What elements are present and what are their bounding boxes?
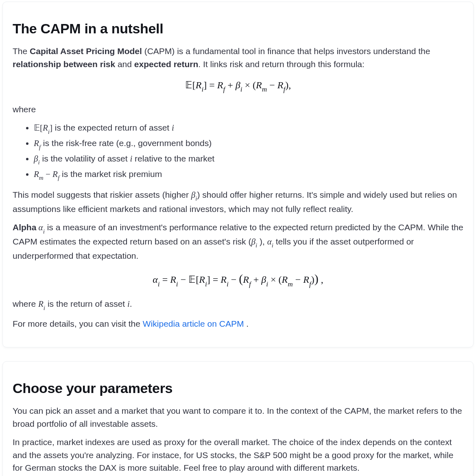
- text: relative to the market: [132, 154, 214, 163]
- symbol-market-premium: Rm − Rf: [34, 169, 59, 179]
- symbol-beta: βi: [34, 154, 40, 164]
- parameters-heading: Choose your parameters: [13, 378, 463, 399]
- symbol-beta-inline: βi: [191, 190, 197, 200]
- text: (CAPM) is a fundamental tool in finance …: [142, 46, 430, 56]
- list-item: Rf is the risk-free rate (e.g., governme…: [34, 137, 463, 151]
- text: .: [244, 319, 249, 328]
- link-paragraph: For more details, you can visit the Wiki…: [13, 317, 463, 330]
- definition-list: 𝔼[Ri] is the expected return of asset i …: [13, 121, 463, 182]
- list-item: Rm − Rf is the market risk premium: [34, 168, 463, 182]
- text: is the expected return of asset: [52, 123, 172, 132]
- alpha-paragraph: Alpha αi is a measure of an investment's…: [13, 221, 463, 262]
- where-label: where: [13, 103, 463, 116]
- symbol-beta-inline: βi: [251, 237, 257, 247]
- text: is the return of asset: [45, 299, 127, 308]
- parameters-card: Choose your parameters You can pick an a…: [2, 361, 474, 476]
- symbol-risk-free: Rf: [34, 138, 41, 148]
- text: This model suggests that riskier assets …: [13, 190, 191, 199]
- symbol-expected-return: 𝔼[Ri]: [34, 123, 52, 133]
- bold-risk: relationship between risk: [13, 59, 115, 69]
- parameters-paragraph-1: You can pick an asset and a market that …: [13, 404, 463, 430]
- text: .: [130, 299, 132, 308]
- bold-alpha: Alpha: [13, 223, 36, 232]
- symbol-alpha-inline: αi: [36, 223, 44, 232]
- var-i: i: [172, 123, 174, 133]
- capm-explanation-paragraph: This model suggests that riskier assets …: [13, 188, 463, 215]
- text: is the market risk premium: [59, 169, 162, 179]
- list-item: 𝔼[Ri] is the expected return of asset i: [34, 121, 463, 135]
- text: The: [13, 46, 30, 56]
- bold-capm: Capital Asset Pricing Model: [30, 46, 142, 56]
- alpha-formula: αi = Ri − 𝔼[Ri] = Ri − (Rf + βi × (Rm − …: [13, 269, 463, 288]
- list-item: βi is the volatility of asset i relative…: [34, 152, 463, 166]
- where-ri-paragraph: where Ri is the return of asset i.: [13, 297, 463, 312]
- text: For more details, you can visit the: [13, 319, 143, 328]
- capm-heading: The CAPM in a nutshell: [13, 18, 463, 39]
- text: and: [115, 59, 134, 69]
- capm-intro-paragraph: The Capital Asset Pricing Model (CAPM) i…: [13, 45, 463, 70]
- text: is the volatility of asset: [40, 154, 130, 163]
- text: where: [13, 299, 38, 308]
- symbol-alpha-inline: αi: [267, 237, 273, 247]
- capm-formula: 𝔼[Ri] = Rf + βi × (Rm − Rf),: [13, 78, 463, 94]
- capm-intro-card: The CAPM in a nutshell The Capital Asset…: [2, 2, 474, 347]
- wikipedia-link[interactable]: Wikipedia article on CAPM: [143, 319, 244, 328]
- text: is the risk-free rate (e.g., government …: [41, 138, 212, 148]
- bold-return: expected return: [134, 59, 199, 69]
- text: ),: [257, 237, 267, 246]
- parameters-paragraph-2: In practice, market indexes are used as …: [13, 436, 463, 474]
- symbol-ri: Ri: [38, 299, 45, 309]
- text: . It links risk and return through this …: [198, 59, 365, 69]
